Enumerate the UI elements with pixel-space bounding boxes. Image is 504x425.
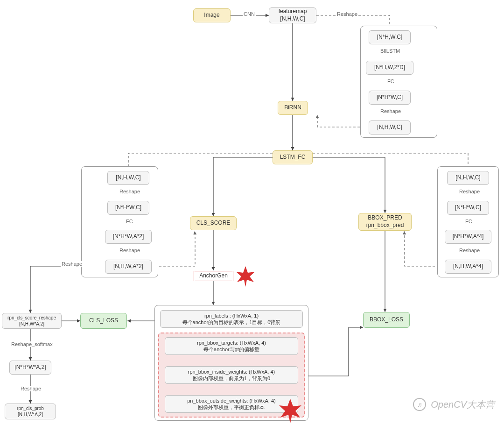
edge-label-reshape-6: Reshape bbox=[458, 248, 481, 253]
node-rpn-labels: rpn_labels : (HxWxA, 1) 每个anchor的为目标的表示，… bbox=[160, 310, 303, 328]
edge-label-reshape-5: Reshape bbox=[458, 189, 481, 194]
node-bbox-3: [N*H*W,A*4] bbox=[445, 230, 491, 244]
node-birnn-4: [N,H,W,C] bbox=[369, 120, 411, 135]
edge-label-fc-3: FC bbox=[464, 219, 473, 224]
node-cls-4: [N,H,W,A*2] bbox=[105, 260, 152, 274]
node-cls-3: [N*H*W,A*2] bbox=[105, 230, 152, 244]
star-icon bbox=[234, 265, 257, 288]
node-rpn-cls-prob: rpn_cls_prob [N,H,W*A,2] bbox=[5, 404, 56, 419]
edge-label-reshape-4: Reshape bbox=[119, 248, 141, 253]
node-bbox-1: [N,H,W,C] bbox=[447, 171, 489, 185]
edge-label-fc-2: FC bbox=[125, 219, 134, 224]
node-nhwa2: [N*H*W*A,2] bbox=[9, 361, 51, 375]
node-lstm-fc: LSTM_FC bbox=[273, 150, 313, 164]
node-birnn-1: [N*H,W,C] bbox=[369, 30, 411, 44]
edge-label-reshape-2: Reshape bbox=[379, 108, 402, 114]
node-bbox-pred: BBOX_PRED rpn_bbox_pred bbox=[358, 213, 412, 231]
watermark-icon: ♬ bbox=[413, 398, 426, 411]
node-cls-loss: CLS_LOSS bbox=[80, 313, 127, 329]
node-cls-2: [N*H*W,C] bbox=[107, 201, 149, 215]
node-anchorgen: AnchorGen bbox=[194, 271, 233, 281]
node-cls-score: CLS_SCORE bbox=[190, 216, 237, 230]
node-image: Image bbox=[193, 8, 231, 22]
edge-label-reshape-1: Reshape bbox=[336, 11, 358, 17]
edge-label-reshape-out: Reshape bbox=[61, 261, 83, 267]
edge-label-fc-1: FC bbox=[386, 78, 395, 84]
node-featuremap: featuremap [N,H,W,C] bbox=[269, 7, 316, 23]
node-bbox-loss: BBOX_LOSS bbox=[363, 312, 410, 328]
watermark-text: OpenCV大本营 bbox=[431, 398, 495, 411]
node-rpn-cls-score-reshape: rpn_cls_score_reshape [N,H,W*A,2] bbox=[2, 313, 62, 329]
edge-label-bilstm: BIlLSTM bbox=[379, 48, 401, 54]
node-birnn-2: [N*H,W,2*D] bbox=[366, 61, 413, 75]
node-bbox-2: [N*H*W,C] bbox=[447, 201, 489, 215]
edge-label-cnn: CNN bbox=[243, 11, 256, 17]
svg-marker-20 bbox=[279, 399, 301, 423]
edge-label-reshape-3: Reshape bbox=[119, 189, 141, 194]
node-cls-1: [N,H,W,C] bbox=[107, 171, 149, 185]
edge-label-reshape-7: Reshape bbox=[20, 386, 42, 391]
edge-label-reshape-softmax: Reshape_softmax bbox=[10, 341, 54, 347]
node-rpn-bbox-targets: rpn_bbox_targets: (HxWxA, 4) 每个anchor与gt… bbox=[165, 337, 298, 355]
node-birnn: BiRNN bbox=[278, 101, 308, 115]
watermark: ♬ OpenCV大本营 bbox=[413, 398, 495, 411]
node-bbox-4: [N,H,W,A*4] bbox=[445, 260, 491, 274]
node-birnn-3: [N*H*W,C] bbox=[369, 91, 411, 105]
star-icon-2 bbox=[277, 398, 303, 424]
node-rpn-bbox-inside: rpn_bbox_inside_weights: (HxWxA, 4) 图像内部… bbox=[165, 366, 298, 384]
svg-marker-19 bbox=[236, 266, 255, 287]
